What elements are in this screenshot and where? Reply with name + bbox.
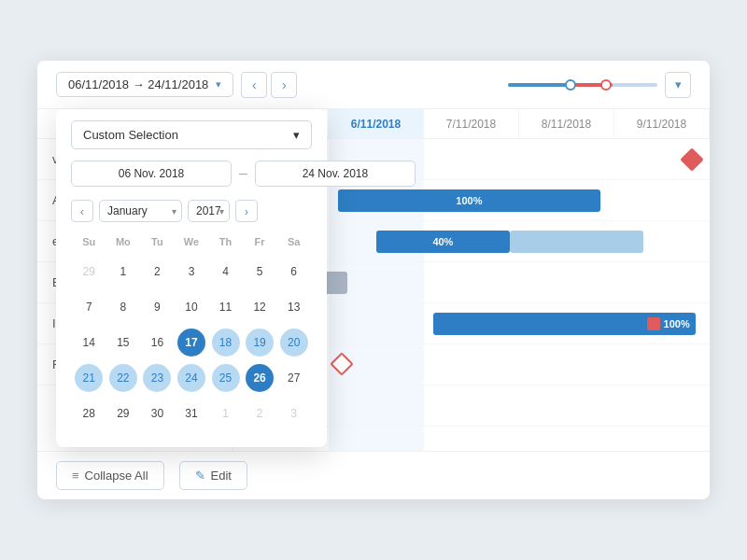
cal-prev-button[interactable]: ‹	[71, 200, 93, 222]
gantt-bar-ab: 100%	[338, 189, 600, 212]
cal-week-2: 7 8 9 10 11 12 13	[73, 290, 310, 324]
cal-day[interactable]: 2	[246, 399, 274, 427]
cal-day[interactable]: 1	[109, 258, 137, 286]
cal-day[interactable]: 30	[143, 399, 171, 427]
installed-diamond	[330, 352, 353, 375]
beta-flag	[647, 317, 660, 330]
year-select[interactable]: 201520162017 20182019	[188, 200, 230, 222]
gantt-bar-beta: 100%	[433, 313, 696, 335]
slider-thumb-right[interactable]	[600, 79, 612, 91]
cal-day[interactable]: 28	[75, 399, 103, 427]
cal-day[interactable]: 16	[143, 329, 171, 357]
cal-date-range: –	[71, 161, 312, 187]
milestone-diamond-red	[680, 147, 703, 171]
cal-day[interactable]: 1	[212, 399, 240, 427]
slider-dropdown-button[interactable]: ▾	[665, 72, 691, 98]
gantt-bar-elete-remaining	[510, 231, 643, 253]
cal-day-inrange[interactable]: 24	[177, 364, 205, 392]
cal-week-5: 28 29 30 31 1 2 3	[73, 397, 310, 430]
main-container: 06/11/2018 → 24/11/2018 ▾ ‹ › ▾	[0, 0, 747, 560]
cal-day-inrange[interactable]: 22	[109, 364, 137, 392]
custom-selection-label: Custom Selection	[83, 128, 178, 142]
cal-day[interactable]: 10	[177, 293, 205, 321]
timeline-col: 7/11/2018	[424, 109, 519, 138]
cal-nav: ‹ JanuaryFebruaryMarch AprilMayJune July…	[71, 200, 312, 222]
cal-day-inrange[interactable]: 20	[280, 329, 308, 357]
timeline-col: 8/11/2018	[519, 109, 614, 138]
cal-day-today[interactable]: 17	[177, 329, 205, 357]
weekday-mo: Mo	[107, 233, 140, 253]
collapse-all-button[interactable]: ≡ Collapse All	[56, 461, 164, 490]
card: 06/11/2018 → 24/11/2018 ▾ ‹ › ▾	[37, 61, 710, 499]
cal-day[interactable]: 3	[177, 258, 205, 286]
card-header: 06/11/2018 → 24/11/2018 ▾ ‹ › ▾	[37, 61, 710, 109]
cal-day[interactable]: 5	[246, 258, 274, 286]
weekday-su: Su	[73, 233, 106, 253]
cal-day[interactable]: 13	[280, 293, 308, 321]
cal-day[interactable]: 27	[280, 364, 308, 392]
weekday-tu: Tu	[141, 233, 174, 253]
end-date-input[interactable]	[255, 161, 416, 187]
cal-day-inrange[interactable]: 25	[212, 364, 240, 392]
cal-day[interactable]: 29	[109, 399, 137, 427]
next-arrow-button[interactable]: ›	[271, 72, 297, 98]
slider-thumb-left[interactable]	[565, 79, 576, 91]
cal-day[interactable]: 7	[75, 293, 103, 321]
weekday-th: Th	[209, 233, 242, 253]
month-select-wrap: JanuaryFebruaryMarch AprilMayJune JulyAu…	[99, 200, 182, 222]
slider-track	[508, 83, 657, 87]
cal-day-inrange[interactable]: 18	[212, 329, 240, 357]
card-footer: ≡ Collapse All ✎ Edit	[37, 451, 710, 499]
timeline-col-active: 6/11/2018	[329, 109, 424, 138]
cal-day[interactable]: 8	[109, 293, 137, 321]
edit-label: Edit	[211, 469, 232, 483]
cal-day[interactable]: 15	[109, 329, 137, 357]
collapse-icon: ≡	[72, 469, 79, 483]
weekday-sa: Sa	[277, 233, 310, 253]
nav-arrows: ‹ ›	[241, 72, 297, 98]
date-range-button[interactable]: 06/11/2018 → 24/11/2018 ▾	[56, 72, 233, 97]
cal-day-inrange[interactable]: 23	[143, 364, 171, 392]
start-date-input[interactable]	[71, 161, 232, 187]
cal-day[interactable]: 6	[280, 258, 308, 286]
cal-day-range-end[interactable]: 26	[246, 364, 274, 392]
collapse-all-label: Collapse All	[85, 469, 148, 483]
zoom-slider[interactable]	[508, 72, 657, 98]
cal-day[interactable]: 4	[212, 258, 240, 286]
cal-day-inrange[interactable]: 19	[246, 329, 274, 357]
cal-day[interactable]: 2	[143, 258, 171, 286]
prev-arrow-button[interactable]: ‹	[241, 72, 267, 98]
cal-day[interactable]: 11	[212, 293, 240, 321]
timeline-col: 9/11/2018	[614, 109, 710, 138]
cal-day[interactable]: 9	[143, 293, 171, 321]
cal-day[interactable]: 29	[75, 258, 103, 286]
custom-selection-arrow: ▾	[293, 128, 300, 142]
year-select-wrap: 201520162017 20182019	[188, 200, 230, 222]
cal-day-inrange[interactable]: 21	[75, 364, 103, 392]
cal-day[interactable]: 14	[75, 329, 103, 357]
weekday-fr: Fr	[244, 233, 276, 253]
cal-day[interactable]: 3	[280, 399, 308, 427]
calendar-dropdown: Custom Selection ▾ – ‹ JanuaryFebruaryMa…	[56, 109, 327, 447]
weekday-we: We	[176, 233, 208, 253]
custom-selection-header[interactable]: Custom Selection ▾	[71, 120, 312, 149]
cal-day[interactable]: 31	[177, 399, 205, 427]
cal-week-1: 29 1 2 3 4 5 6	[73, 255, 310, 288]
cal-week-4: 21 22 23 24 25 26 27	[73, 361, 310, 395]
edit-icon: ✎	[195, 469, 205, 483]
calendar-grid: Su Mo Tu We Th Fr Sa 29 1 2 3	[71, 231, 312, 432]
cal-day[interactable]: 12	[246, 293, 274, 321]
date-range-text: 06/11/2018 → 24/11/2018	[68, 77, 208, 91]
gantt-bar-elete: 40%	[376, 231, 510, 253]
cal-week-3: 14 15 16 17 18 19 20	[73, 326, 310, 359]
edit-button[interactable]: ✎ Edit	[179, 461, 247, 490]
date-range-dropdown-icon: ▾	[216, 78, 221, 91]
month-select[interactable]: JanuaryFebruaryMarch AprilMayJune JulyAu…	[99, 200, 182, 222]
cal-next-button[interactable]: ›	[235, 200, 258, 222]
date-separator: –	[239, 165, 247, 182]
header-right: ▾	[508, 72, 691, 98]
